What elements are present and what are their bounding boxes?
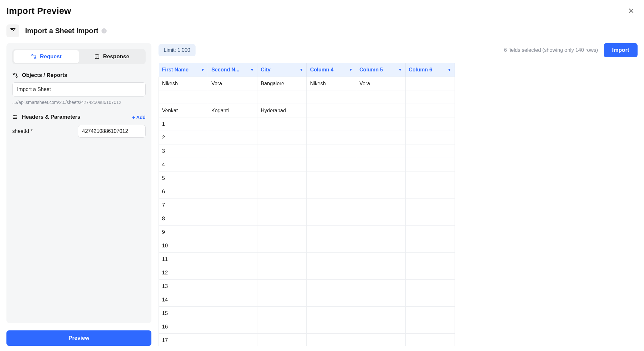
table-cell[interactable]: Vora bbox=[208, 77, 257, 90]
table-cell[interactable]: Nikesh bbox=[159, 77, 208, 90]
param-sheetid-input[interactable] bbox=[78, 125, 146, 138]
table-cell[interactable] bbox=[257, 144, 307, 158]
table-cell[interactable]: Venkat bbox=[159, 104, 208, 117]
table-cell[interactable] bbox=[405, 239, 455, 253]
table-cell[interactable] bbox=[208, 90, 257, 104]
table-cell[interactable] bbox=[257, 199, 307, 212]
table-cell[interactable] bbox=[405, 212, 455, 226]
table-cell[interactable] bbox=[405, 307, 455, 320]
table-cell[interactable] bbox=[405, 334, 455, 346]
table-cell[interactable] bbox=[208, 144, 257, 158]
caret-down-icon[interactable]: ▼ bbox=[398, 68, 402, 72]
table-cell[interactable]: 16 bbox=[159, 320, 208, 334]
table-cell[interactable] bbox=[356, 131, 405, 144]
table-cell[interactable] bbox=[356, 171, 405, 185]
table-cell[interactable] bbox=[356, 144, 405, 158]
table-cell[interactable] bbox=[307, 158, 356, 171]
table-cell[interactable] bbox=[257, 212, 307, 226]
column-header[interactable]: Column 6▼ bbox=[405, 63, 455, 77]
table-cell[interactable] bbox=[307, 226, 356, 239]
table-cell[interactable] bbox=[307, 334, 356, 346]
column-header[interactable]: City▼ bbox=[257, 63, 307, 77]
table-cell[interactable] bbox=[307, 171, 356, 185]
table-cell[interactable] bbox=[257, 280, 307, 293]
table-area[interactable]: Limit: 1,000 6 fields selected (showing … bbox=[159, 43, 638, 346]
caret-down-icon[interactable]: ▼ bbox=[300, 68, 303, 72]
table-cell[interactable] bbox=[356, 90, 405, 104]
table-cell[interactable] bbox=[356, 307, 405, 320]
column-header[interactable]: First Name▼ bbox=[159, 63, 208, 77]
column-header[interactable]: Column 5▼ bbox=[356, 63, 405, 77]
table-cell[interactable]: 1 bbox=[159, 117, 208, 131]
table-cell[interactable] bbox=[356, 266, 405, 280]
table-cell[interactable] bbox=[405, 293, 455, 307]
table-cell[interactable] bbox=[257, 117, 307, 131]
table-cell[interactable] bbox=[307, 239, 356, 253]
table-cell[interactable] bbox=[208, 117, 257, 131]
table-cell[interactable] bbox=[307, 199, 356, 212]
table-cell[interactable] bbox=[356, 253, 405, 266]
import-button[interactable]: Import bbox=[604, 43, 638, 57]
table-cell[interactable] bbox=[356, 226, 405, 239]
table-cell[interactable] bbox=[307, 117, 356, 131]
table-cell[interactable] bbox=[307, 253, 356, 266]
table-row[interactable]: 16 bbox=[159, 320, 455, 334]
table-cell[interactable] bbox=[257, 266, 307, 280]
table-cell[interactable] bbox=[405, 199, 455, 212]
table-cell[interactable] bbox=[356, 320, 405, 334]
table-cell[interactable] bbox=[356, 158, 405, 171]
table-row[interactable]: 2 bbox=[159, 131, 455, 144]
table-row[interactable]: 17 bbox=[159, 334, 455, 346]
table-cell[interactable] bbox=[257, 90, 307, 104]
table-cell[interactable] bbox=[208, 293, 257, 307]
table-cell[interactable] bbox=[356, 104, 405, 117]
table-cell[interactable] bbox=[208, 199, 257, 212]
table-cell[interactable]: 13 bbox=[159, 280, 208, 293]
table-cell[interactable] bbox=[405, 117, 455, 131]
table-row[interactable]: 4 bbox=[159, 158, 455, 171]
table-cell[interactable] bbox=[356, 199, 405, 212]
tab-request[interactable]: Request bbox=[14, 50, 79, 63]
caret-down-icon[interactable]: ▼ bbox=[250, 68, 254, 72]
table-cell[interactable]: 4 bbox=[159, 158, 208, 171]
table-cell[interactable] bbox=[356, 185, 405, 199]
table-cell[interactable] bbox=[356, 117, 405, 131]
caret-down-icon[interactable]: ▼ bbox=[447, 68, 451, 72]
table-cell[interactable] bbox=[405, 104, 455, 117]
table-cell[interactable] bbox=[208, 239, 257, 253]
table-cell[interactable] bbox=[159, 90, 208, 104]
table-cell[interactable] bbox=[307, 307, 356, 320]
table-cell[interactable] bbox=[257, 307, 307, 320]
table-row[interactable]: VenkatKogantiHyderabad bbox=[159, 104, 455, 117]
table-cell[interactable] bbox=[405, 158, 455, 171]
caret-down-icon[interactable]: ▼ bbox=[349, 68, 353, 72]
table-cell[interactable] bbox=[208, 131, 257, 144]
table-cell[interactable] bbox=[208, 185, 257, 199]
table-cell[interactable] bbox=[208, 266, 257, 280]
table-row[interactable]: 3 bbox=[159, 144, 455, 158]
table-cell[interactable]: 12 bbox=[159, 266, 208, 280]
table-row[interactable]: 8 bbox=[159, 212, 455, 226]
table-cell[interactable] bbox=[405, 131, 455, 144]
table-cell[interactable]: 6 bbox=[159, 185, 208, 199]
table-cell[interactable] bbox=[307, 185, 356, 199]
table-cell[interactable]: 10 bbox=[159, 239, 208, 253]
table-cell[interactable] bbox=[208, 171, 257, 185]
table-cell[interactable] bbox=[405, 77, 455, 90]
table-cell[interactable]: Nikesh bbox=[307, 77, 356, 90]
table-cell[interactable] bbox=[257, 334, 307, 346]
table-cell[interactable] bbox=[356, 212, 405, 226]
table-cell[interactable] bbox=[405, 185, 455, 199]
add-param-link[interactable]: + Add bbox=[132, 115, 146, 120]
table-cell[interactable]: 14 bbox=[159, 293, 208, 307]
table-cell[interactable] bbox=[405, 226, 455, 239]
table-row[interactable]: 14 bbox=[159, 293, 455, 307]
table-cell[interactable] bbox=[208, 212, 257, 226]
table-cell[interactable] bbox=[257, 158, 307, 171]
info-icon[interactable]: i bbox=[101, 28, 107, 33]
table-cell[interactable] bbox=[356, 239, 405, 253]
table-cell[interactable]: Bangalore bbox=[257, 77, 307, 90]
table-cell[interactable] bbox=[208, 226, 257, 239]
table-cell[interactable] bbox=[307, 104, 356, 117]
table-cell[interactable] bbox=[405, 266, 455, 280]
